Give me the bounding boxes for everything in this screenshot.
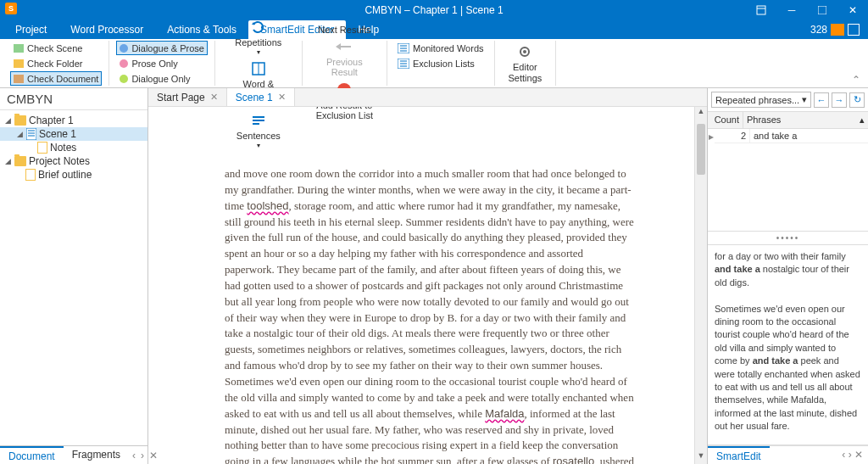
close-button[interactable]: ✕ — [837, 0, 868, 20]
check-scene-button[interactable]: Check Scene — [10, 41, 102, 55]
preview-snippet-2: Sometimes we'd even open our dining room… — [715, 303, 861, 433]
wordcount-box-icon[interactable] — [848, 24, 860, 36]
svg-rect-0 — [757, 6, 765, 14]
repeat-icon — [250, 19, 267, 36]
navigator-tabs: Document Fragments ‹›✕ — [0, 445, 147, 464]
tab-fragments[interactable]: Fragments — [64, 446, 129, 464]
result-next-button[interactable]: → — [832, 92, 847, 108]
row-phrase: and take a — [750, 129, 868, 143]
dropdown-caret-icon: ▾ — [257, 49, 260, 57]
doc-tab-scene-1[interactable]: Scene 1✕ — [227, 88, 295, 106]
svg-rect-26 — [26, 128, 36, 140]
results-grid[interactable]: ▸ 2 and take a — [708, 129, 868, 231]
lists-group: Monitored Words Exclusion Lists — [387, 41, 495, 86]
repetitions-button[interactable]: Repetitions▾ — [228, 17, 288, 59]
ribbon-collapse-icon[interactable]: ⌃ — [848, 41, 865, 86]
page-icon — [37, 142, 47, 154]
smartedit-panel: Repeated phrases...▾ ← → ↻ Count Phrases… — [707, 88, 868, 464]
exclusion-lists-button[interactable]: Exclusion Lists — [394, 56, 478, 70]
menu-word-processor[interactable]: Word Processor — [58, 20, 155, 39]
tab-smartedit[interactable]: SmartEdit — [708, 446, 770, 464]
gear-icon — [516, 43, 533, 60]
app-icon: S — [5, 3, 17, 14]
monitored-words-button[interactable]: Monitored Words — [394, 41, 487, 55]
vertical-scrollbar[interactable]: ▲ ▼ — [694, 107, 707, 464]
tree-project-notes[interactable]: ◢Project Notes — [0, 154, 147, 168]
result-refresh-button[interactable]: ↻ — [849, 92, 865, 108]
list-icon — [398, 59, 409, 69]
results-preview: for a day or two with their family and t… — [708, 245, 868, 445]
ribbon: Check Scene Check Folder Check Document … — [0, 39, 868, 88]
tree-chapter-1[interactable]: ◢Chapter 1 — [0, 114, 147, 127]
ribbon-display-button[interactable] — [746, 0, 776, 20]
nav-prev-icon[interactable]: ‹ — [842, 449, 845, 461]
sort-asc-icon: ▴ — [860, 115, 865, 126]
nav-prev-icon[interactable]: ‹ — [132, 450, 136, 461]
svg-marker-13 — [336, 43, 341, 50]
row-count: 2 — [715, 129, 750, 143]
editor-settings-button[interactable]: Editor Settings — [502, 42, 549, 84]
scroll-thumb[interactable] — [697, 124, 705, 175]
scroll-up-icon[interactable]: ▲ — [695, 107, 707, 120]
folder-icon — [14, 156, 26, 166]
chevron-down-icon: ▾ — [802, 94, 807, 105]
tree-notes[interactable]: Notes — [0, 141, 147, 154]
flag-icon[interactable] — [831, 24, 844, 36]
nav-next-icon[interactable]: › — [849, 449, 852, 461]
dialogue-only-button[interactable]: Dialogue Only — [116, 71, 208, 86]
close-panel-icon[interactable]: ✕ — [854, 449, 863, 461]
minimize-button[interactable]: ─ — [776, 0, 807, 20]
panel-separator[interactable]: ••••• — [708, 231, 868, 245]
run-group: Run all Checks Repetitions▾ Word & Phras… — [215, 41, 303, 86]
tree-brief-outline[interactable]: Brief outline — [0, 168, 147, 182]
settings-group: Editor Settings — [495, 41, 557, 86]
dialogue-prose-group: Dialogue & Prose Prose Only Dialogue Onl… — [109, 41, 215, 86]
preview-snippet-1: for a day or two with their family and t… — [715, 250, 861, 289]
check-folder-button[interactable]: Check Folder — [10, 56, 102, 70]
result-prev-button[interactable]: ← — [814, 92, 829, 108]
svg-point-25 — [523, 50, 526, 53]
tree-scene-1[interactable]: ◢Scene 1 — [0, 127, 147, 141]
check-document-button[interactable]: Check Document — [10, 71, 102, 86]
text-editor[interactable]: and move one room down the corridor into… — [148, 107, 694, 464]
window-title: CMBYN – Chapter 1 | Scene 1 — [364, 4, 503, 16]
titlebar: S CMBYN – Chapter 1 | Scene 1 ─ ✕ — [0, 0, 868, 20]
check-scope-group: Check Scene Check Folder Check Document — [3, 41, 109, 86]
close-tab-icon[interactable]: ✕ — [278, 92, 286, 103]
book-icon — [250, 60, 267, 77]
scene-icon — [26, 128, 36, 140]
results-type-dropdown[interactable]: Repeated phrases...▾ — [711, 92, 811, 108]
nav-next-icon[interactable]: › — [141, 450, 144, 461]
row-handle-icon: ▸ — [708, 129, 715, 143]
navigator-panel: CMBYN ◢Chapter 1 ◢Scene 1 Notes ◢Project… — [0, 88, 148, 464]
prose-only-button[interactable]: Prose Only — [116, 56, 208, 70]
document-tabs: Start Page✕ Scene 1✕ — [148, 88, 707, 107]
svg-rect-2 — [818, 6, 826, 14]
page-icon — [25, 169, 36, 181]
menubar: Project Word Processor Actions & Tools S… — [0, 20, 868, 39]
results-grid-header: Count Phrases▴ — [708, 112, 868, 129]
wordcount-area: 328 — [805, 20, 865, 39]
close-tab-icon[interactable]: ✕ — [210, 92, 218, 103]
tab-document[interactable]: Document — [0, 446, 64, 464]
project-title: CMBYN — [0, 88, 147, 110]
navigate-results-group: Next Results Previous Result Add Result … — [303, 41, 387, 86]
right-panel-tabs: SmartEdit ‹ › ✕ — [708, 445, 868, 464]
col-count[interactable]: Count — [708, 112, 743, 128]
scroll-down-icon[interactable]: ▼ — [695, 451, 707, 464]
menu-project[interactable]: Project — [3, 20, 58, 39]
previous-result-button: Previous Result — [320, 36, 370, 79]
results-row[interactable]: 2 and take a — [715, 129, 868, 143]
project-tree[interactable]: ◢Chapter 1 ◢Scene 1 Notes ◢Project Notes… — [0, 110, 147, 445]
wordcount-value: 328 — [810, 24, 827, 36]
doc-tab-start-page[interactable]: Start Page✕ — [148, 88, 227, 106]
dialogue-and-prose-button[interactable]: Dialogue & Prose — [116, 41, 208, 55]
list-icon — [398, 43, 409, 53]
folder-icon — [14, 115, 26, 126]
arrow-left-icon — [336, 38, 353, 55]
editor-area: Start Page✕ Scene 1✕ and move one room d… — [148, 88, 707, 464]
col-phrases[interactable]: Phrases▴ — [743, 112, 868, 128]
maximize-button[interactable] — [807, 0, 837, 20]
